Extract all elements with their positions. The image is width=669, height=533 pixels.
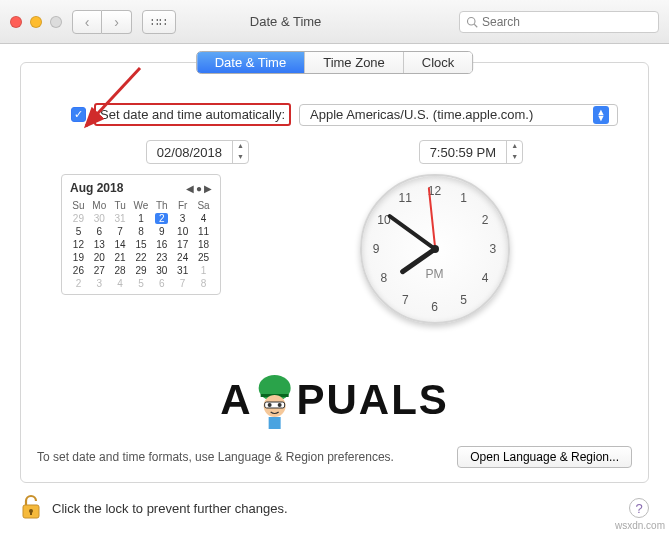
calendar-day: 4 [110, 277, 131, 290]
calendar-day: 30 [89, 212, 110, 225]
cal-today-icon[interactable]: ● [196, 183, 202, 194]
tab-clock[interactable]: Clock [404, 52, 473, 73]
chevron-updown-icon: ▲▼ [593, 106, 609, 124]
tab-date-time[interactable]: Date & Time [197, 52, 306, 73]
calendar-day[interactable]: 2 [151, 212, 172, 225]
calendar-day[interactable]: 12 [68, 238, 89, 251]
clock-center-pin [431, 245, 439, 253]
calendar-day[interactable]: 13 [89, 238, 110, 251]
calendar-dow: Mo [89, 199, 110, 212]
mascot-icon [250, 370, 298, 430]
show-all-button[interactable]: ∷∷ [142, 10, 176, 34]
svg-point-6 [267, 403, 271, 407]
calendar-day[interactable]: 30 [151, 264, 172, 277]
calendar-day[interactable]: 10 [172, 225, 193, 238]
svg-rect-8 [268, 417, 280, 429]
calendar-dow: Fr [172, 199, 193, 212]
calendar-day[interactable]: 26 [68, 264, 89, 277]
search-icon [466, 16, 478, 28]
calendar-dow: Th [151, 199, 172, 212]
svg-point-0 [467, 17, 475, 25]
clock-number: 9 [373, 242, 380, 256]
search-field[interactable] [459, 11, 659, 33]
calendar-day[interactable]: 4 [193, 212, 214, 225]
clock-number: 1 [460, 191, 467, 205]
window-controls [10, 16, 62, 28]
calendar-dow: Tu [110, 199, 131, 212]
calendar-day: 29 [68, 212, 89, 225]
close-icon[interactable] [10, 16, 22, 28]
tab-bar: Date & Time Time Zone Clock [196, 51, 474, 74]
date-field[interactable]: 02/08/2018 ▲▼ [146, 140, 249, 164]
annotation-arrow [78, 66, 158, 139]
clock-number: 4 [482, 271, 489, 285]
clock-number: 8 [381, 271, 388, 285]
date-value: 02/08/2018 [147, 145, 232, 160]
time-stepper[interactable]: ▲▼ [506, 141, 522, 163]
calendar-day[interactable]: 25 [193, 251, 214, 264]
calendar-day[interactable]: 1 [131, 212, 152, 225]
clock-number: 3 [490, 242, 497, 256]
svg-rect-11 [30, 511, 32, 515]
calendar-day[interactable]: 18 [193, 238, 214, 251]
calendar-day[interactable]: 21 [110, 251, 131, 264]
calendar-day[interactable]: 11 [193, 225, 214, 238]
calendar-day[interactable]: 20 [89, 251, 110, 264]
calendar-day[interactable]: 9 [151, 225, 172, 238]
calendar-day[interactable]: 15 [131, 238, 152, 251]
clock-ampm-label: PM [426, 267, 444, 281]
calendar-dow: Sa [193, 199, 214, 212]
time-field[interactable]: 7:50:59 PM ▲▼ [419, 140, 524, 164]
calendar-day[interactable]: 6 [89, 225, 110, 238]
calendar-day[interactable]: 3 [172, 212, 193, 225]
calendar-day: 31 [110, 212, 131, 225]
search-input[interactable] [482, 15, 652, 29]
calendar-day[interactable]: 17 [172, 238, 193, 251]
lock-icon[interactable] [20, 494, 42, 523]
credit-text: wsxdn.com [615, 520, 665, 531]
clock-number: 11 [399, 191, 412, 205]
cal-next-icon[interactable]: ▶ [204, 183, 212, 194]
calendar-day[interactable]: 31 [172, 264, 193, 277]
tab-time-zone[interactable]: Time Zone [305, 52, 404, 73]
calendar-day: 2 [68, 277, 89, 290]
calendar-day[interactable]: 5 [68, 225, 89, 238]
time-server-select[interactable]: Apple Americas/U.S. (time.apple.com.) ▲▼ [299, 104, 618, 126]
calendar-month-label: Aug 2018 [70, 181, 123, 195]
calendar-day[interactable]: 8 [131, 225, 152, 238]
back-button[interactable]: ‹ [72, 10, 102, 34]
calendar-day: 8 [193, 277, 214, 290]
svg-point-7 [277, 403, 281, 407]
calendar-day[interactable]: 14 [110, 238, 131, 251]
zoom-icon [50, 16, 62, 28]
lock-hint-text: Click the lock to prevent further change… [52, 501, 288, 516]
calendar-day[interactable]: 7 [110, 225, 131, 238]
window-title: Date & Time [250, 14, 322, 29]
calendar-day[interactable]: 24 [172, 251, 193, 264]
help-button[interactable]: ? [629, 498, 649, 518]
forward-button[interactable]: › [102, 10, 132, 34]
cal-prev-icon[interactable]: ◀ [186, 183, 194, 194]
calendar[interactable]: Aug 2018 ◀ ● ▶ SuMoTuWeThFrSa 2930311234… [61, 174, 221, 295]
calendar-day[interactable]: 19 [68, 251, 89, 264]
calendar-day[interactable]: 16 [151, 238, 172, 251]
calendar-day[interactable]: 22 [131, 251, 152, 264]
calendar-dow: We [131, 199, 152, 212]
time-server-value: Apple Americas/U.S. (time.apple.com.) [310, 107, 533, 122]
calendar-day: 7 [172, 277, 193, 290]
calendar-day[interactable]: 29 [131, 264, 152, 277]
minimize-icon[interactable] [30, 16, 42, 28]
watermark-text-right: PUALS [296, 376, 448, 424]
calendar-day[interactable]: 23 [151, 251, 172, 264]
format-hint-text: To set date and time formats, use Langua… [37, 450, 394, 464]
date-stepper[interactable]: ▲▼ [232, 141, 248, 163]
clock-number: 2 [482, 213, 489, 227]
watermark-logo: A PUALS [220, 370, 449, 430]
calendar-day[interactable]: 28 [110, 264, 131, 277]
clock-number: 6 [431, 300, 438, 314]
calendar-day: 5 [131, 277, 152, 290]
titlebar: ‹ › ∷∷ Date & Time [0, 0, 669, 44]
calendar-day[interactable]: 27 [89, 264, 110, 277]
open-language-region-button[interactable]: Open Language & Region... [457, 446, 632, 468]
calendar-grid: SuMoTuWeThFrSa 2930311234567891011121314… [68, 199, 214, 290]
